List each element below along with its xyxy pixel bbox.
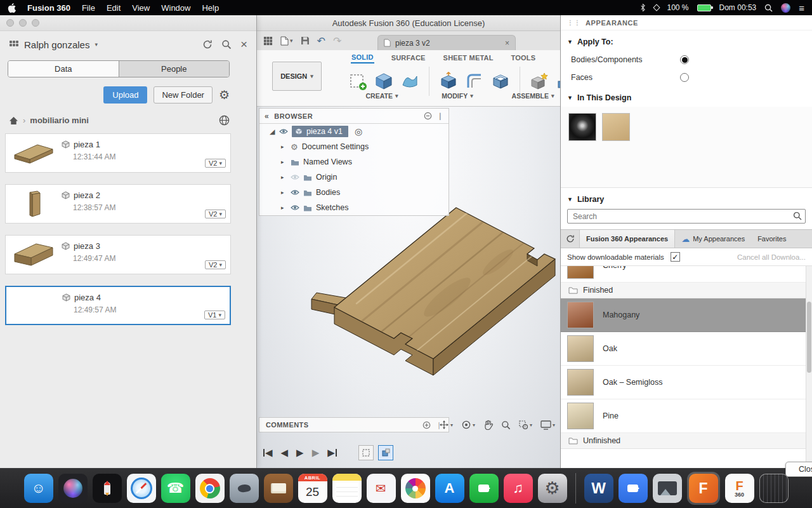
tab-tools[interactable]: TOOLS xyxy=(511,53,537,63)
orbit-icon[interactable]: ▾ xyxy=(461,420,475,430)
press-pull-icon[interactable] xyxy=(438,70,459,93)
battery-icon[interactable] xyxy=(697,4,711,11)
browser-row-bodies[interactable]: ▸ Bodies xyxy=(259,185,449,200)
group-label-assemble[interactable]: ASSEMBLE▾ xyxy=(498,92,560,100)
form-icon[interactable] xyxy=(399,70,421,93)
step-back-icon[interactable]: ◀ xyxy=(281,447,289,458)
zoom-icon[interactable] xyxy=(501,420,511,430)
list-item-pieza-1[interactable]: pieza 1 12:31:44 AM V2▾ xyxy=(5,133,231,173)
account-name[interactable]: Ralph gonzales xyxy=(24,39,89,50)
material-row-pine[interactable]: Pine xyxy=(561,399,812,433)
siri-icon[interactable] xyxy=(58,474,88,503)
menu-view[interactable]: View xyxy=(132,3,150,13)
spotlight-search-icon[interactable] xyxy=(764,4,773,12)
menubar-clock[interactable]: Dom 00:53 xyxy=(719,3,757,12)
browser-row-sketches[interactable]: ▸ Sketches xyxy=(259,200,449,215)
list-item-pieza-3[interactable]: pieza 3 12:49:47 AM V2▾ xyxy=(5,235,231,274)
globe-icon[interactable] xyxy=(219,115,230,126)
group-label-create[interactable]: CREATE▾ xyxy=(347,92,417,100)
refresh-icon[interactable] xyxy=(202,39,213,50)
apple-menu-icon[interactable] xyxy=(8,3,16,13)
create-sketch-icon[interactable] xyxy=(347,70,369,93)
tab-fusion-appearances[interactable]: Fusion 360 Appearances xyxy=(580,230,675,248)
menubar-app-name[interactable]: Fusion 360 xyxy=(27,3,70,13)
folder-row-finished[interactable]: Finished xyxy=(561,283,812,298)
expand-triangle-icon[interactable]: ◢ xyxy=(270,128,275,136)
circle-minus-icon[interactable] xyxy=(424,112,432,120)
apply-to-bodies-option[interactable]: Bodies/Components xyxy=(561,51,812,69)
version-dropdown[interactable]: V2▾ xyxy=(205,210,226,218)
scrollbar-thumb[interactable] xyxy=(807,302,811,373)
apply-to-faces-option[interactable]: Faces xyxy=(561,69,812,86)
search-icon[interactable] xyxy=(793,211,802,220)
menu-file[interactable]: File xyxy=(82,3,95,13)
word-icon[interactable]: W xyxy=(584,474,613,503)
safari-icon[interactable] xyxy=(127,474,156,503)
tab-my-appearances[interactable]: ☁My Appearances xyxy=(675,230,751,248)
close-dialog-button[interactable]: Close xyxy=(785,462,812,477)
close-panel-icon[interactable]: × xyxy=(240,37,247,51)
material-row-oak[interactable]: Oak xyxy=(561,332,812,366)
3d-viewport[interactable]: « BROWSER ❘ ◢ pieza 4 v1 ◎ xyxy=(257,107,560,468)
minimize-window-button[interactable] xyxy=(19,19,27,27)
visibility-eye-icon-hidden[interactable] xyxy=(291,174,299,180)
close-window-button[interactable] xyxy=(6,19,14,27)
close-tab-icon[interactable]: × xyxy=(505,39,509,48)
browser-row-document-settings[interactable]: ▸ ⚙ Document Settings xyxy=(259,139,449,154)
folder-row-unfinished[interactable]: Unfinished xyxy=(561,433,812,449)
panel-settings-gear-icon[interactable]: ⚙ xyxy=(219,89,230,101)
pan-hand-icon[interactable] xyxy=(483,420,493,430)
comments-bar[interactable]: COMMENTS ❘ xyxy=(259,417,449,432)
dialog-grip-icon[interactable]: ⋮⋮ xyxy=(567,19,581,26)
media-viewer-icon[interactable] xyxy=(653,474,682,503)
zoom-window-icon[interactable]: ▾ xyxy=(519,420,532,430)
system-preferences-icon[interactable]: ⚙ xyxy=(538,474,567,503)
browser-row-origin[interactable]: ▸ Origin xyxy=(259,170,449,185)
browser-root-row[interactable]: ◢ pieza 4 v1 ◎ xyxy=(259,124,449,139)
metal-appearance-swatch[interactable] xyxy=(568,113,596,141)
siri-menubar-icon[interactable] xyxy=(781,3,790,13)
add-comment-icon[interactable] xyxy=(422,421,431,429)
fusion-360-icon[interactable]: F xyxy=(689,474,718,503)
version-dropdown[interactable]: V2▾ xyxy=(205,260,226,269)
material-row-cherry[interactable]: Cherry xyxy=(561,265,812,283)
go-to-end-icon[interactable]: ▶ xyxy=(327,447,337,458)
redo-icon[interactable]: ↷ xyxy=(333,35,341,47)
refresh-library-icon[interactable] xyxy=(561,230,580,248)
collapse-browser-icon[interactable]: « xyxy=(265,112,269,121)
shell-icon[interactable] xyxy=(490,70,511,93)
rocket-app-icon[interactable] xyxy=(93,474,122,503)
workspace-switcher-design[interactable]: DESIGN▾ xyxy=(272,62,322,91)
version-dropdown[interactable]: V2▾ xyxy=(205,159,226,168)
go-to-start-icon[interactable]: ◀ xyxy=(263,447,273,458)
music-icon[interactable]: ♫ xyxy=(504,474,533,503)
chrome-icon[interactable] xyxy=(195,474,225,503)
app-store-icon[interactable]: A xyxy=(435,474,464,503)
status-diamond-icon[interactable] xyxy=(653,4,660,11)
extrude-icon[interactable] xyxy=(373,70,395,93)
search-icon[interactable] xyxy=(221,39,232,50)
sketch-marker-icon[interactable] xyxy=(358,445,374,460)
data-panel-toggle-icon[interactable] xyxy=(263,36,273,46)
tab-surface[interactable]: SURFACE xyxy=(391,53,426,63)
joint-icon[interactable] xyxy=(554,70,560,93)
visibility-eye-icon[interactable] xyxy=(291,204,299,211)
tab-solid[interactable]: SOLID xyxy=(351,52,374,64)
mail-icon[interactable]: ✉ xyxy=(367,474,396,503)
browser-root-item[interactable]: pieza 4 v1 xyxy=(292,126,348,137)
document-tab-pieza-3[interactable]: pieza 3 v2 × xyxy=(377,35,516,50)
display-settings-icon[interactable]: ▾ xyxy=(540,420,555,430)
breadcrumb-project[interactable]: mobiliario mini xyxy=(30,116,88,125)
photos-icon[interactable] xyxy=(401,474,430,503)
fillet-icon[interactable] xyxy=(464,70,485,93)
menu-edit[interactable]: Edit xyxy=(107,3,121,13)
list-item-pieza-4-selected[interactable]: pieza 4 12:49:57 AM V1▾ xyxy=(5,286,231,325)
menu-help[interactable]: Help xyxy=(202,3,219,13)
material-row-oak-semigloss[interactable]: Oak – Semigloss xyxy=(561,366,812,399)
apply-to-section-header[interactable]: ▼ Apply To: xyxy=(561,30,812,51)
visibility-eye-icon[interactable] xyxy=(279,128,288,135)
material-row-mahogany[interactable]: Mahogany xyxy=(561,298,812,332)
finder-icon[interactable]: ☺ xyxy=(24,474,53,503)
home-icon[interactable] xyxy=(9,116,18,125)
bluetooth-icon[interactable] xyxy=(640,3,646,12)
